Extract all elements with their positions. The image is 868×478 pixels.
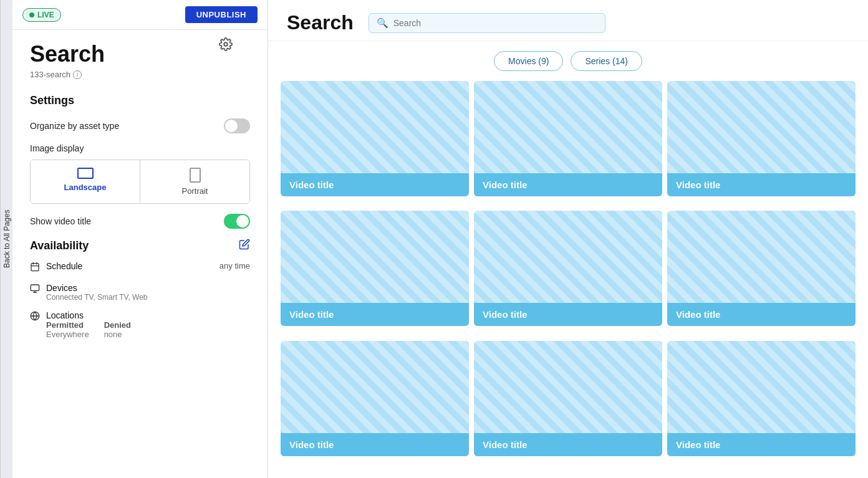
devices-title: Devices (46, 283, 148, 293)
video-title-5: Video title (667, 303, 856, 326)
video-title-3: Video title (281, 303, 469, 326)
video-title-1: Video title (474, 173, 662, 196)
image-display-label: Image display (30, 143, 250, 153)
video-card-1[interactable]: Video title (474, 81, 662, 196)
video-card-2[interactable]: Video title (667, 81, 856, 196)
globe-icon (30, 311, 40, 323)
info-icon: i (73, 70, 82, 79)
video-card-5[interactable]: Video title (667, 211, 856, 326)
show-video-title-row: Show video title (30, 214, 250, 229)
video-title-7: Video title (474, 433, 662, 456)
search-bar[interactable]: 🔍 (369, 13, 605, 33)
permitted-label: Permitted (46, 320, 89, 330)
display-options: Landscape Portrait (30, 160, 250, 204)
video-card-8[interactable]: Video title (667, 341, 856, 456)
video-grid: Video title Video title Video title Vide… (268, 81, 868, 478)
video-card-6[interactable]: Video title (281, 341, 469, 456)
video-card-7[interactable]: Video title (474, 341, 662, 456)
sidebar-top-bar: LIVE UNPUBLISH (12, 0, 268, 30)
main-content: Search 🔍 Movies (9) Series (14) Video ti… (268, 0, 868, 478)
live-dot-icon (29, 12, 34, 17)
organize-by-asset-type-row: Organize by asset type (30, 118, 250, 133)
permitted-value: Everywhere (46, 330, 89, 339)
video-title-2: Video title (667, 173, 856, 196)
edit-icon[interactable] (239, 239, 250, 252)
search-input[interactable] (393, 18, 597, 28)
back-to-all-pages-tab[interactable]: Back to All Pages (0, 0, 12, 478)
schedule-title: Schedule (46, 261, 82, 271)
portrait-label: Portrait (182, 186, 208, 196)
locations-title: Locations (46, 310, 131, 320)
page-slug: 133-search i (30, 70, 250, 79)
availability-section-title: Availability (30, 239, 89, 252)
filter-tab-series[interactable]: Series (14) (571, 51, 642, 71)
locations-row: Locations Permitted Everywhere Denied no… (30, 310, 250, 339)
denied-label: Denied (104, 320, 131, 330)
unpublish-button[interactable]: UNPUBLISH (185, 6, 258, 23)
svg-rect-5 (31, 285, 39, 290)
sidebar: LIVE UNPUBLISH Search 133-search i Setti… (12, 0, 268, 478)
image-display-section: Image display Landscape Portrait (30, 143, 250, 204)
svg-rect-1 (31, 264, 39, 271)
devices-row: Devices Connected TV, Smart TV, Web (30, 283, 250, 302)
devices-value: Connected TV, Smart TV, Web (46, 293, 148, 302)
devices-content: Devices Connected TV, Smart TV, Web (46, 283, 148, 302)
permitted-col: Permitted Everywhere (46, 320, 89, 339)
schedule-row: Schedule any time (30, 261, 250, 274)
organize-by-asset-type-label: Organize by asset type (30, 121, 119, 131)
page-title: Search (30, 41, 250, 67)
video-title-8: Video title (667, 433, 856, 456)
video-card-4[interactable]: Video title (474, 211, 662, 326)
schedule-value: any time (219, 261, 250, 270)
landscape-label: Landscape (64, 183, 107, 192)
denied-col: Denied none (104, 320, 131, 339)
settings-header: Settings (30, 94, 250, 107)
landscape-icon (77, 168, 94, 179)
device-icon (30, 284, 40, 296)
denied-value: none (104, 330, 131, 339)
portrait-option[interactable]: Portrait (140, 160, 249, 203)
organize-by-asset-type-toggle[interactable] (224, 118, 250, 133)
video-title-6: Video title (281, 433, 469, 456)
locations-grid: Permitted Everywhere Denied none (46, 320, 131, 339)
filter-tab-movies[interactable]: Movies (9) (494, 51, 563, 71)
svg-point-0 (224, 42, 228, 46)
video-card-0[interactable]: Video title (281, 81, 469, 196)
locations-content: Locations Permitted Everywhere Denied no… (46, 310, 131, 339)
main-header: Search 🔍 (268, 0, 868, 41)
landscape-option[interactable]: Landscape (31, 160, 140, 203)
schedule-content: Schedule (46, 261, 82, 271)
calendar-icon (30, 262, 40, 274)
portrait-icon (190, 168, 201, 183)
filter-tabs: Movies (9) Series (14) (268, 41, 868, 81)
video-title-4: Video title (474, 303, 662, 326)
page-title-row: Search (30, 41, 250, 67)
settings-section-title: Settings (30, 94, 74, 107)
show-video-title-label: Show video title (30, 216, 91, 226)
live-badge-label: LIVE (37, 11, 54, 19)
video-card-3[interactable]: Video title (281, 211, 469, 326)
show-video-title-toggle[interactable] (224, 214, 250, 229)
live-badge: LIVE (22, 8, 61, 22)
main-title: Search (287, 11, 354, 34)
search-icon: 🔍 (377, 17, 388, 29)
sidebar-content: Search 133-search i Settings Organize by… (12, 30, 268, 478)
video-title-0: Video title (281, 173, 469, 196)
availability-header: Availability (30, 239, 250, 252)
gear-icon[interactable] (219, 37, 233, 54)
